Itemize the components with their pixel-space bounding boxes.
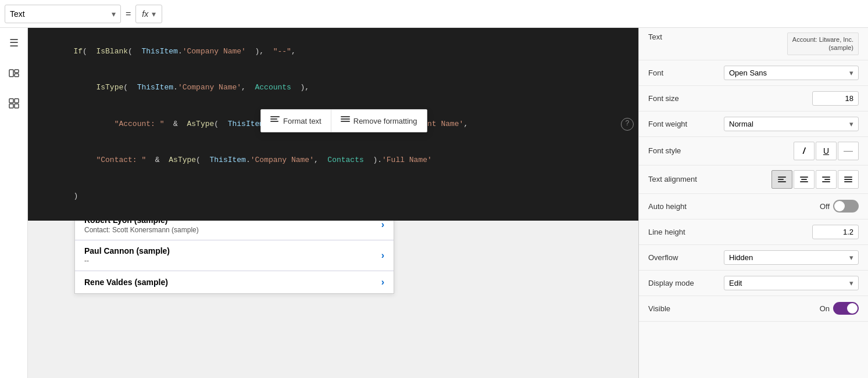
fx-arrow: ▾ [152, 9, 156, 19]
text-align-value [724, 170, 859, 189]
format-popup: Format text Remove formatting [260, 109, 427, 132]
list-item-4-sub: Contact: Scott Konersmann (sample) [84, 226, 381, 234]
svg-rect-11 [341, 118, 350, 120]
svg-rect-4 [15, 99, 19, 103]
text-prop-value: Account: Litware, Inc.(sample) [724, 33, 859, 55]
main-layout: ☰ If( IsBlank( ThisItem.'Company Name' )… [0, 28, 868, 378]
align-right-icon [822, 177, 830, 182]
auto-height-state: Off [820, 202, 830, 211]
list-item-6[interactable]: Rene Valdes (sample) › [75, 271, 394, 293]
font-weight-value: Normal ▾ [724, 117, 859, 131]
sidebar-icon-menu[interactable]: ☰ [5, 34, 23, 52]
prop-row-visible: Visible On [639, 296, 868, 322]
canvas-area: If( IsBlank( ThisItem.'Company Name' ), … [28, 28, 638, 378]
format-text-icon [270, 116, 280, 126]
sidebar-icon-components[interactable] [5, 94, 23, 113]
overflow-select[interactable]: Hidden ▾ [724, 250, 859, 265]
display-mode-select[interactable]: Edit ▾ [724, 276, 859, 290]
text-prop-label: Text [648, 33, 724, 41]
line-height-label: Line height [648, 228, 724, 236]
align-justify-icon [844, 177, 852, 182]
list-item-5-name: Paul Cannon (sample) [84, 246, 381, 255]
align-center-button[interactable] [794, 170, 815, 189]
prop-row-overflow: Overflow Hidden ▾ [639, 245, 868, 271]
list-item-6-name: Rene Valdes (sample) [84, 278, 381, 287]
remove-formatting-label: Remove formatting [353, 117, 417, 125]
visible-toggle[interactable] [833, 302, 859, 315]
formula-line-1: If( IsBlank( ThisItem.'Company Name' ), … [37, 34, 629, 70]
overflow-select-value: Hidden [729, 253, 753, 262]
prop-row-auto-height: Auto height Off [639, 194, 868, 219]
prop-row-font-weight: Font weight Normal ▾ [639, 111, 868, 137]
auto-height-thumb [834, 201, 845, 211]
sidebar-icon-screens[interactable] [5, 64, 23, 82]
font-size-label: Font size [648, 94, 724, 103]
format-text-label: Format text [283, 117, 322, 125]
display-mode-value: Edit ▾ [724, 276, 859, 290]
overflow-value: Hidden ▾ [724, 250, 859, 265]
svg-rect-9 [270, 121, 278, 122]
svg-rect-7 [270, 116, 280, 117]
svg-rect-1 [15, 70, 19, 73]
prop-row-text: Text Account: Litware, Inc.(sample) [639, 28, 868, 60]
svg-rect-0 [9, 70, 13, 77]
auto-height-toggle-group: Off [820, 200, 859, 213]
list-item-5-sub: -- [84, 257, 381, 265]
svg-rect-8 [270, 118, 277, 120]
font-size-value: 18 [724, 91, 859, 106]
svg-rect-12 [341, 121, 350, 122]
align-left-icon [778, 177, 786, 182]
align-right-button[interactable] [816, 170, 837, 189]
equals-sign: = [126, 9, 131, 19]
font-prop-value: Open Sans ▾ [724, 66, 859, 80]
list-item-5-content: Paul Cannon (sample) -- [84, 246, 381, 265]
font-select-value: Open Sans [729, 69, 767, 77]
font-weight-select[interactable]: Normal ▾ [724, 117, 859, 131]
remove-formatting-button[interactable]: Remove formatting [331, 110, 427, 132]
align-justify-button[interactable] [838, 170, 859, 189]
text-align-label: Text alignment [648, 175, 724, 183]
prop-row-font: Font Open Sans ▾ [639, 60, 868, 86]
sidebar: ☰ [0, 28, 28, 378]
text-align-group [771, 170, 859, 189]
prop-row-font-style: Font style / U — [639, 137, 868, 165]
auto-height-toggle[interactable] [833, 200, 859, 213]
list-item-6-arrow: › [381, 277, 384, 287]
formula-help-icon[interactable]: ? [621, 118, 634, 131]
visible-label: Visible [648, 304, 724, 313]
auto-height-label: Auto height [648, 202, 724, 211]
font-weight-select-arrow: ▾ [849, 120, 853, 128]
font-select[interactable]: Open Sans ▾ [724, 66, 859, 80]
prop-row-text-align: Text alignment [639, 165, 868, 194]
visible-toggle-group: On [820, 302, 859, 315]
overflow-label: Overflow [648, 253, 724, 262]
font-select-arrow: ▾ [849, 69, 853, 77]
control-type-arrow: ▾ [112, 9, 116, 19]
font-prop-label: Font [648, 69, 724, 77]
prop-row-font-size: Font size 18 [639, 86, 868, 111]
underline-button[interactable]: U [816, 142, 837, 160]
formula-line-5: ) [37, 179, 629, 215]
fx-label: fx [142, 9, 148, 19]
overflow-select-arrow: ▾ [849, 253, 853, 262]
display-mode-select-arrow: ▾ [849, 279, 853, 287]
fx-button[interactable]: fx ▾ [135, 5, 162, 23]
align-left-button[interactable] [771, 170, 792, 189]
svg-rect-3 [9, 99, 13, 103]
svg-rect-10 [341, 116, 350, 117]
properties-panel: Text Account: Litware, Inc.(sample) Font… [638, 28, 868, 378]
control-type-dropdown[interactable]: Text ▾ [5, 5, 121, 23]
top-bar: Text ▾ = fx ▾ [0, 0, 868, 28]
font-size-input[interactable]: 18 [812, 91, 859, 106]
list-item-6-content: Rene Valdes (sample) [84, 278, 381, 287]
line-height-input[interactable] [812, 225, 859, 239]
italic-button[interactable]: / [794, 142, 815, 160]
list-item-5[interactable]: Paul Cannon (sample) -- › [75, 240, 394, 271]
formula-line-2: IsType( ThisItem.'Company Name', Account… [37, 70, 629, 106]
prop-row-line-height: Line height [639, 219, 868, 245]
svg-rect-5 [9, 104, 13, 108]
visible-value: On [724, 302, 859, 315]
font-weight-label: Font weight [648, 120, 724, 128]
strikethrough-button[interactable]: — [838, 142, 859, 160]
format-text-button[interactable]: Format text [261, 110, 331, 132]
